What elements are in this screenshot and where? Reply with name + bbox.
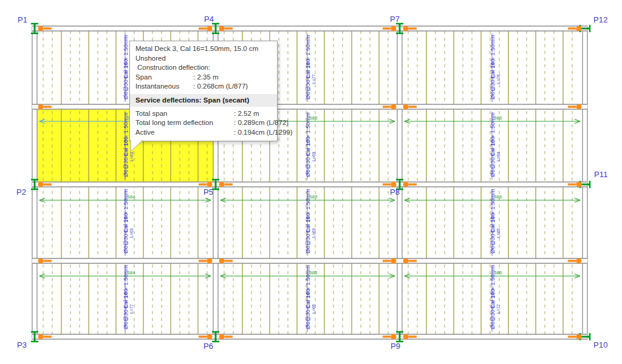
slab-panel-r3-b3[interactable] (403, 188, 581, 257)
support-marker-dot (38, 26, 44, 32)
support-marker-dot (38, 258, 44, 264)
slab-panel-r1-b3[interactable] (403, 32, 581, 103)
tooltip-pointer-tail (130, 140, 145, 152)
tooltip-row: Span: 2.35 m (130, 73, 277, 83)
support-marker-dot (219, 258, 225, 264)
slab-panel-r2-b3[interactable] (403, 110, 581, 181)
support-marker-dot (219, 182, 225, 187)
row-value: : 0.194cm (L/1299) (234, 128, 293, 138)
support-marker-dot (576, 26, 582, 32)
support-marker-dot (403, 258, 409, 264)
tooltip-row: Active: 0.194cm (L/1299) (130, 128, 277, 138)
column-label-P7: P7 (390, 15, 400, 23)
support-marker-dot (403, 334, 409, 340)
deflection-tooltip: Metal Deck 3, Cal 16=1.50mm, 15.0 cm Uns… (129, 41, 278, 141)
column-label-P5: P5 (203, 188, 213, 196)
service-deflection-rows: Total span: 2.52 mTotal long term deflec… (130, 109, 277, 138)
tooltip-row: Instantaneous: 0.268cm (L/877) (130, 82, 277, 92)
support-marker-dot (207, 182, 213, 187)
tooltip-construction-header: Construction deflection: (130, 63, 277, 73)
row-value: : 0.268cm (L/877) (193, 82, 248, 92)
floor-plan-canvas: 584585586584585586584585586Ø6@30 L = 140… (0, 0, 622, 364)
support-marker-dot (391, 258, 397, 264)
support-marker-dot (576, 334, 582, 340)
column-label-P3: P3 (17, 341, 27, 349)
slab-panel-r3-b1[interactable] (38, 188, 212, 257)
column-label-P6: P6 (203, 342, 213, 350)
row-value: : 2.52 m (234, 109, 259, 119)
tooltip-service-section-header: Service deflections: Span (secant) (130, 94, 277, 107)
slab-panel-r4-b2[interactable] (219, 265, 396, 333)
support-marker-dot (207, 334, 213, 340)
column-label-P4: P4 (204, 15, 214, 23)
support-marker-dot (38, 182, 44, 187)
support-marker-dot (576, 258, 582, 264)
slab-panel-r3-b2[interactable] (219, 188, 396, 257)
tooltip-row: Total long term deflection: 0.289cm (L/8… (130, 118, 277, 128)
support-marker-dot (38, 334, 44, 340)
support-marker-dot (403, 182, 409, 187)
column-label-P10: P10 (593, 341, 608, 349)
column-label-P9: P9 (391, 342, 400, 350)
support-marker-dot (391, 104, 397, 110)
support-marker-dot (576, 104, 582, 110)
slab-panel-r4-b3[interactable] (403, 265, 581, 333)
row-label: Span (135, 73, 193, 83)
support-marker-dot (391, 182, 397, 187)
structural-plan-drawing: 584585586584585586584585586Ø6@30 L = 140… (0, 0, 622, 364)
support-marker-dot (38, 104, 44, 110)
slab-panel-r4-b1[interactable] (38, 265, 212, 333)
support-marker-dot (391, 334, 397, 340)
row-value: : 0.289cm (L/872) (234, 118, 289, 128)
row-label: Total long term deflection (135, 118, 234, 128)
column-label-P11: P11 (594, 170, 608, 178)
support-marker-dot (403, 26, 409, 32)
support-marker-dot (219, 26, 225, 32)
support-marker-dot (576, 182, 582, 187)
column-label-P12: P12 (593, 16, 608, 24)
row-label: Active (135, 128, 234, 138)
support-marker-dot (207, 258, 213, 264)
tooltip-title: Metal Deck 3, Cal 16=1.50mm, 15.0 cm (130, 44, 277, 54)
column-label-P1: P1 (18, 16, 27, 24)
tooltip-row: Total span: 2.52 m (130, 109, 277, 119)
column-label-P2: P2 (16, 188, 26, 196)
support-marker-dot (403, 104, 409, 110)
column-label-P8: P8 (390, 188, 400, 196)
row-label: Instantaneous (135, 82, 193, 92)
row-label: Total span (135, 109, 234, 119)
support-marker-dot (207, 26, 213, 32)
construction-deflection-rows: Span: 2.35 mInstantaneous: 0.268cm (L/87… (130, 73, 277, 92)
support-marker-dot (391, 26, 397, 32)
support-marker-dot (219, 334, 225, 340)
row-value: : 2.35 m (193, 73, 219, 83)
plan-svg: 584585586584585586584585586Ø6@30 L = 140… (0, 0, 622, 364)
tooltip-shoring-status: Unshored (130, 54, 277, 64)
